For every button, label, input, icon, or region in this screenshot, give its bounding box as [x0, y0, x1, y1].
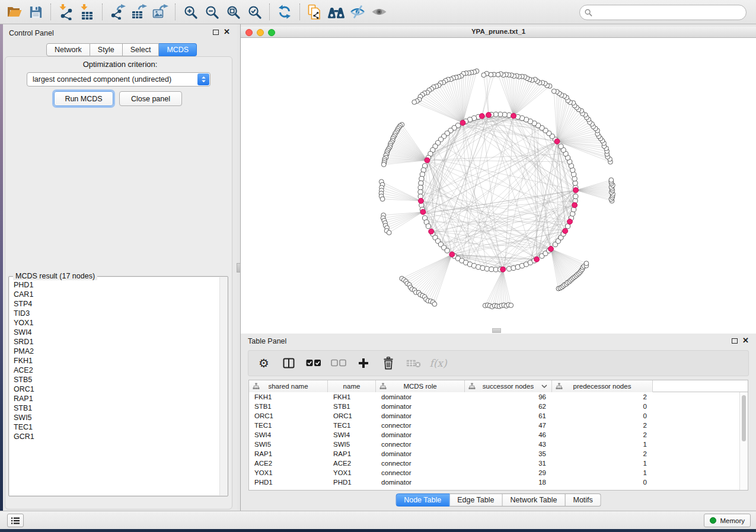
table-row[interactable]: SWI5SWI5connector431: [249, 440, 739, 449]
import-network-button[interactable]: [55, 2, 76, 22]
mcds-list-scrollbar[interactable]: [219, 277, 227, 495]
open-session-button[interactable]: [4, 2, 25, 22]
tab-node-table[interactable]: Node Table: [395, 493, 449, 507]
table-row[interactable]: TEC1TEC1connector472: [249, 421, 739, 430]
mcds-result-item[interactable]: PHD1: [9, 280, 220, 290]
table-row[interactable]: RAP1RAP1dominator352: [249, 449, 739, 459]
optimization-criterion-select[interactable]: largest connected component (undirected): [27, 72, 210, 86]
search-icon: [585, 9, 592, 17]
mcds-result-item[interactable]: STP4: [9, 299, 220, 309]
mcds-result-item[interactable]: GCR1: [9, 432, 220, 441]
mcds-result-item[interactable]: STB1: [9, 403, 220, 413]
table-cell: connector: [376, 440, 465, 449]
mcds-result-item[interactable]: STB5: [9, 375, 220, 384]
deselect-all-button[interactable]: [330, 355, 347, 371]
refresh-view-button[interactable]: [274, 2, 295, 22]
float-panel-icon[interactable]: [213, 30, 219, 35]
search-field[interactable]: [579, 5, 747, 20]
table-row[interactable]: SWI4SWI4dominator462: [249, 430, 739, 440]
show-all-button[interactable]: [368, 2, 390, 22]
delete-row-button[interactable]: [380, 355, 397, 371]
table-row[interactable]: YOX1YOX1connector291: [249, 468, 739, 477]
table-cell: PHD1: [249, 477, 328, 487]
eye-icon: [371, 4, 387, 20]
zoom-in-button[interactable]: [180, 2, 201, 22]
close-panel-button[interactable]: Close panel: [119, 91, 182, 106]
table-row[interactable]: ACE2ACE2connector311: [249, 459, 739, 468]
table-row[interactable]: ORC1ORC1dominator610: [249, 411, 739, 421]
mcds-result-item[interactable]: TID3: [9, 309, 220, 318]
tab-edge-table[interactable]: Edge Table: [449, 493, 502, 507]
network-window-titlebar[interactable]: YPA_prune.txt_1: [241, 27, 756, 38]
hide-selected-button[interactable]: [347, 2, 368, 22]
column-header-predecessor-nodes[interactable]: predecessor nodes: [552, 380, 653, 392]
run-mcds-button[interactable]: Run MCDS: [54, 91, 113, 106]
close-panel-icon[interactable]: ✕: [224, 28, 230, 36]
table-cell: YOX1: [249, 468, 328, 477]
table-cell: 29: [465, 468, 552, 477]
horizontal-splitter-grip[interactable]: [492, 328, 501, 333]
column-header-shared-name[interactable]: shared name: [249, 380, 328, 392]
tab-select[interactable]: Select: [123, 43, 160, 56]
table-row[interactable]: STB1STB1dominator620: [249, 402, 739, 411]
mcds-result-item[interactable]: SWI5: [9, 413, 220, 422]
mcds-result-item[interactable]: SWI4: [9, 328, 220, 337]
export-table-icon: [131, 4, 147, 20]
node-table-body: FKH1FKH1dominator962STB1STB1dominator620…: [249, 392, 739, 490]
mcds-result-item[interactable]: RAP1: [9, 394, 220, 403]
column-header-mcds-role[interactable]: MCDS role: [376, 380, 465, 392]
show-columns-button[interactable]: [280, 355, 297, 371]
table-scrollbar-thumb[interactable]: [742, 395, 746, 441]
save-floppy-icon: [28, 5, 43, 20]
table-scrollbar[interactable]: [739, 392, 748, 490]
close-table-panel-icon[interactable]: ✕: [742, 337, 749, 344]
search-network-button[interactable]: [326, 2, 347, 22]
node-table: shared name name MCDS role successor nod…: [248, 380, 748, 491]
column-header-successor-nodes[interactable]: successor nodes: [465, 380, 552, 392]
zoom-selected-button[interactable]: [244, 2, 265, 22]
network-canvas[interactable]: [241, 38, 756, 334]
zoom-fit-button[interactable]: [222, 2, 244, 22]
table-cell: ORC1: [328, 411, 376, 421]
mcds-result-item[interactable]: ORC1: [9, 384, 220, 394]
clone-network-button[interactable]: [304, 2, 326, 22]
zoom-out-button[interactable]: [201, 2, 222, 22]
table-cell: 46: [465, 430, 552, 440]
search-input[interactable]: [595, 8, 741, 17]
export-network-button[interactable]: [107, 2, 128, 22]
mcds-result-item[interactable]: YOX1: [9, 318, 220, 328]
mcds-result-item[interactable]: PMA2: [9, 347, 220, 356]
memory-label: Memory: [720, 517, 745, 524]
import-table-button[interactable]: [76, 2, 98, 22]
tab-mcds[interactable]: MCDS: [159, 43, 197, 56]
table-cell: dominator: [376, 402, 465, 411]
tab-style[interactable]: Style: [90, 43, 123, 56]
export-table-button[interactable]: [128, 2, 149, 22]
task-history-button[interactable]: [7, 514, 24, 527]
tab-network-table[interactable]: Network Table: [503, 493, 566, 507]
table-cell: SWI4: [328, 430, 376, 440]
select-all-button[interactable]: [305, 355, 322, 371]
tab-motifs[interactable]: Motifs: [565, 493, 601, 507]
memory-button[interactable]: Memory: [704, 514, 751, 527]
column-header-name[interactable]: name: [328, 380, 376, 392]
zoom-fit-icon: [226, 5, 241, 20]
table-cell: 2: [552, 392, 653, 402]
table-row[interactable]: FKH1FKH1dominator962: [249, 392, 739, 402]
float-table-panel-icon[interactable]: [732, 338, 738, 344]
table-cell: PHD1: [328, 477, 376, 487]
mcds-result-item[interactable]: ACE2: [9, 366, 220, 375]
mcds-result-item[interactable]: TEC1: [9, 422, 220, 432]
table-settings-button[interactable]: ⚙: [256, 355, 272, 371]
mcds-result-item[interactable]: CAR1: [9, 290, 220, 299]
mcds-result-item[interactable]: SRD1: [9, 337, 220, 347]
table-toolbar: ⚙: [248, 350, 749, 376]
tab-network[interactable]: Network: [46, 43, 90, 56]
mcds-result-item[interactable]: FKH1: [9, 356, 220, 366]
fx-icon: f(x): [429, 357, 446, 369]
vertical-splitter-grip[interactable]: [237, 263, 241, 273]
save-session-button[interactable]: [25, 2, 46, 22]
add-row-button[interactable]: [355, 355, 372, 371]
table-row[interactable]: PHD1PHD1dominator180: [249, 477, 739, 487]
export-image-button[interactable]: [149, 2, 171, 22]
